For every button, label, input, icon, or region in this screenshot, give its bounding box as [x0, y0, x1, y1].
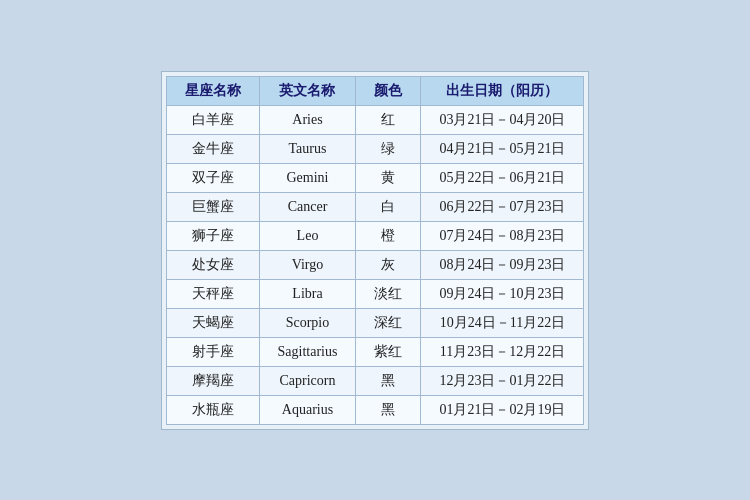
- cell-r3-c0: 巨蟹座: [166, 192, 259, 221]
- cell-r0-c3: 03月21日－04月20日: [421, 105, 584, 134]
- cell-r8-c2: 紫红: [356, 337, 421, 366]
- cell-r4-c3: 07月24日－08月23日: [421, 221, 584, 250]
- cell-r4-c2: 橙: [356, 221, 421, 250]
- table-row: 金牛座Taurus绿04月21日－05月21日: [166, 134, 584, 163]
- table-row: 天秤座Libra淡红09月24日－10月23日: [166, 279, 584, 308]
- cell-r0-c2: 红: [356, 105, 421, 134]
- table-row: 处女座Virgo灰08月24日－09月23日: [166, 250, 584, 279]
- column-header: 星座名称: [166, 76, 259, 105]
- cell-r0-c1: Aries: [259, 105, 356, 134]
- cell-r1-c3: 04月21日－05月21日: [421, 134, 584, 163]
- cell-r5-c0: 处女座: [166, 250, 259, 279]
- cell-r3-c1: Cancer: [259, 192, 356, 221]
- table-row: 水瓶座Aquarius黑01月21日－02月19日: [166, 395, 584, 424]
- cell-r9-c0: 摩羯座: [166, 366, 259, 395]
- cell-r3-c2: 白: [356, 192, 421, 221]
- cell-r10-c0: 水瓶座: [166, 395, 259, 424]
- cell-r1-c2: 绿: [356, 134, 421, 163]
- table-row: 巨蟹座Cancer白06月22日－07月23日: [166, 192, 584, 221]
- cell-r9-c1: Capricorn: [259, 366, 356, 395]
- cell-r7-c1: Scorpio: [259, 308, 356, 337]
- cell-r10-c3: 01月21日－02月19日: [421, 395, 584, 424]
- table-row: 双子座Gemini黄05月22日－06月21日: [166, 163, 584, 192]
- cell-r5-c1: Virgo: [259, 250, 356, 279]
- zodiac-table: 星座名称英文名称颜色出生日期（阳历） 白羊座Aries红03月21日－04月20…: [166, 76, 585, 425]
- column-header: 颜色: [356, 76, 421, 105]
- cell-r6-c2: 淡红: [356, 279, 421, 308]
- cell-r2-c2: 黄: [356, 163, 421, 192]
- cell-r9-c3: 12月23日－01月22日: [421, 366, 584, 395]
- cell-r8-c3: 11月23日－12月22日: [421, 337, 584, 366]
- cell-r7-c2: 深红: [356, 308, 421, 337]
- column-header: 出生日期（阳历）: [421, 76, 584, 105]
- cell-r6-c0: 天秤座: [166, 279, 259, 308]
- cell-r2-c0: 双子座: [166, 163, 259, 192]
- table-row: 天蝎座Scorpio深红10月24日－11月22日: [166, 308, 584, 337]
- cell-r8-c1: Sagittarius: [259, 337, 356, 366]
- cell-r1-c1: Taurus: [259, 134, 356, 163]
- cell-r5-c3: 08月24日－09月23日: [421, 250, 584, 279]
- header-row: 星座名称英文名称颜色出生日期（阳历）: [166, 76, 584, 105]
- table-wrapper: 星座名称英文名称颜色出生日期（阳历） 白羊座Aries红03月21日－04月20…: [161, 71, 590, 430]
- cell-r8-c0: 射手座: [166, 337, 259, 366]
- cell-r3-c3: 06月22日－07月23日: [421, 192, 584, 221]
- cell-r2-c1: Gemini: [259, 163, 356, 192]
- cell-r6-c3: 09月24日－10月23日: [421, 279, 584, 308]
- cell-r4-c0: 狮子座: [166, 221, 259, 250]
- cell-r10-c2: 黑: [356, 395, 421, 424]
- cell-r6-c1: Libra: [259, 279, 356, 308]
- cell-r7-c0: 天蝎座: [166, 308, 259, 337]
- cell-r9-c2: 黑: [356, 366, 421, 395]
- cell-r7-c3: 10月24日－11月22日: [421, 308, 584, 337]
- cell-r1-c0: 金牛座: [166, 134, 259, 163]
- cell-r0-c0: 白羊座: [166, 105, 259, 134]
- cell-r2-c3: 05月22日－06月21日: [421, 163, 584, 192]
- cell-r4-c1: Leo: [259, 221, 356, 250]
- table-row: 白羊座Aries红03月21日－04月20日: [166, 105, 584, 134]
- cell-r10-c1: Aquarius: [259, 395, 356, 424]
- table-row: 摩羯座Capricorn黑12月23日－01月22日: [166, 366, 584, 395]
- table-body: 白羊座Aries红03月21日－04月20日金牛座Taurus绿04月21日－0…: [166, 105, 584, 424]
- table-row: 射手座Sagittarius紫红11月23日－12月22日: [166, 337, 584, 366]
- column-header: 英文名称: [259, 76, 356, 105]
- table-row: 狮子座Leo橙07月24日－08月23日: [166, 221, 584, 250]
- cell-r5-c2: 灰: [356, 250, 421, 279]
